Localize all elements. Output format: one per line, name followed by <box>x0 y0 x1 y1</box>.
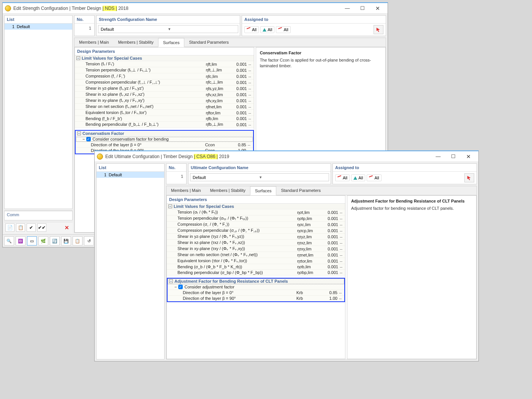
parameter-row[interactable]: Bending (f_b / F_b')ηfb,lim0.001-- <box>75 116 254 122</box>
save-button[interactable]: 💾 <box>61 236 71 245</box>
tree-button[interactable]: 🌿 <box>38 236 48 245</box>
param-value[interactable]: 0.001 <box>229 116 247 121</box>
param-value[interactable]: 0.001 <box>320 222 338 227</box>
param-value[interactable]: 0.001 <box>229 80 247 85</box>
tab-members-main[interactable]: Members | Main <box>74 38 114 47</box>
parameter-row[interactable]: Compression perpendicular (f꜀,⊥ / F꜀,⊥')… <box>75 79 254 86</box>
param-value[interactable]: 0.001 <box>320 210 338 215</box>
param-value[interactable]: 0.85 <box>228 142 246 147</box>
checkbox-row[interactable]: − Consider conservatism factor for bendi… <box>76 136 253 142</box>
parameter-row[interactable]: Direction of the layer β = 90°Krb1.00-- <box>168 296 344 301</box>
tab-surfaces[interactable]: Surfaces <box>158 38 184 47</box>
param-value[interactable]: 0.001 <box>229 111 247 115</box>
assigned-pill[interactable]: All <box>260 26 274 33</box>
parameter-row[interactable]: Shear on net section (fᵥ,net / Fᵥ,net')η… <box>75 104 254 110</box>
parameter-row[interactable]: Compression (f꜀ / F꜀')ηfc,lim0.001-- <box>75 73 254 79</box>
parameter-row[interactable]: Tension (fₜ / Fₜ')ηft,lim0.001-- <box>75 61 254 67</box>
minimize-button[interactable]: — <box>431 152 446 162</box>
parameter-row[interactable]: Tension perpendicular (fₜ,⊥ / Fₜ,⊥')ηft,… <box>75 67 254 73</box>
parameter-row[interactable]: Bending (σ_b / (Φ_b * F_b * K_rb))ησb,li… <box>167 264 345 270</box>
group-limit-values[interactable]: −Limit Values for Special Cases <box>167 204 345 209</box>
param-value[interactable]: 1.00 <box>319 296 337 301</box>
config-name-select[interactable]: Default ▾ <box>98 25 238 33</box>
collapse-icon[interactable]: − <box>169 279 173 283</box>
assigned-pill[interactable]: All <box>335 174 350 181</box>
assigned-pill[interactable]: All <box>276 26 290 33</box>
param-value[interactable]: 0.001 <box>320 228 338 233</box>
tab-surfaces[interactable]: Surfaces <box>250 186 276 195</box>
collapse-icon[interactable]: − <box>168 204 172 208</box>
param-value[interactable]: 0.001 <box>320 234 338 239</box>
close-button[interactable]: ✕ <box>370 3 385 13</box>
tab-members-stability[interactable]: Members | Stability <box>114 38 158 47</box>
maximize-button[interactable]: ☐ <box>446 152 461 162</box>
parameter-row[interactable]: Tension (σₜ / (Φₜ * Fₜ))ησt,lim0.001-- <box>167 209 345 215</box>
param-value[interactable]: 0.001 <box>320 264 338 269</box>
collapse-icon[interactable]: − <box>82 137 85 141</box>
param-value[interactable]: 0.001 <box>229 62 247 66</box>
param-value[interactable]: 0.001 <box>320 247 338 251</box>
search-button[interactable]: 🔍 <box>4 236 14 245</box>
param-value[interactable]: 0.001 <box>320 241 338 245</box>
collapse-icon[interactable]: − <box>76 56 80 60</box>
maximize-button[interactable]: ☐ <box>355 3 370 13</box>
checkbox-row[interactable]: − Consider adjustment factor <box>168 284 344 290</box>
parameter-row[interactable]: Equivalent torsion (τtor / (Φᵥ * Fᵥ,tor)… <box>167 258 345 264</box>
tab-members-stability[interactable]: Members | Stability <box>206 186 250 195</box>
refresh-button[interactable]: 🔄 <box>50 236 60 245</box>
new-button[interactable]: 📄 <box>5 223 14 232</box>
param-value[interactable]: 0.001 <box>229 104 247 109</box>
titlebar[interactable]: Edit Ultimate Configuration | Timber Des… <box>95 151 478 162</box>
collapse-icon[interactable]: − <box>174 285 177 289</box>
assigned-pill[interactable]: All <box>351 174 365 181</box>
view-button[interactable]: ▭ <box>27 236 37 245</box>
param-value[interactable]: 0.85 <box>319 290 337 295</box>
param-value[interactable]: 0.001 <box>229 68 247 73</box>
pick-button[interactable] <box>464 173 474 182</box>
param-value[interactable]: 0.001 <box>320 253 338 257</box>
param-value[interactable]: 0.001 <box>229 98 247 103</box>
collapse-icon[interactable]: − <box>77 131 81 135</box>
parameter-row[interactable]: Bending perpendicular (σ_bp / (Φ_bp * F_… <box>167 270 345 276</box>
group-adjustment-factor[interactable]: −Adjustment Factor for Bending Resistanc… <box>168 279 344 284</box>
list-item[interactable]: 1 Default <box>97 172 164 178</box>
parameter-row[interactable]: Tension perpendicular (σₜₚ / (Φₜ * Fₜₚ))… <box>167 215 345 222</box>
parameter-row[interactable]: Compression (σ꜀ / (Φ꜀ * F꜀))ησc,lim0.001… <box>167 222 345 228</box>
param-value[interactable]: 0.001 <box>320 259 338 263</box>
assigned-pill[interactable]: All <box>244 26 259 33</box>
parameter-row[interactable]: Compression perpendicular (σ꜀ₚ / (Φ꜀ * F… <box>167 228 345 234</box>
parameter-row[interactable]: Shear in yz-plane (fₛ,yz / Fₛ,yz')ηfs,yz… <box>75 86 254 92</box>
parameter-row[interactable]: Shear in xy-plane (τxy / (Φᵥ * Fᵥ,xy))ητ… <box>167 246 345 252</box>
parameter-row[interactable]: Direction of the layer β = 0°Ccon0.85-- <box>76 142 253 148</box>
assigned-pill[interactable]: All <box>367 174 381 181</box>
list-item[interactable]: 1 Default <box>5 24 72 30</box>
checks-button[interactable]: ✔✔ <box>37 223 46 232</box>
checkbox-checked-icon[interactable] <box>178 285 183 289</box>
group-conservatism[interactable]: −Conservatism Factor <box>76 131 253 136</box>
tab-members-main[interactable]: Members | Main <box>166 186 206 195</box>
group-limit-values[interactable]: −Limit Values for Special Cases <box>75 55 254 61</box>
param-value[interactable]: 0.001 <box>320 270 338 275</box>
param-value[interactable]: 0.001 <box>229 122 247 127</box>
undo-button[interactable]: ↺ <box>84 236 94 245</box>
check-button[interactable]: ✔ <box>27 223 36 232</box>
parameter-row[interactable]: Equivalent torsion (fᵥ,tor / Fᵥ,tor')ηft… <box>75 110 254 116</box>
copy-button[interactable]: 📋 <box>73 236 82 245</box>
parameter-row[interactable]: Direction of the layer β = 0°Krb0.85-- <box>168 290 344 296</box>
tab-standard-parameters[interactable]: Standard Parameters <box>184 38 233 47</box>
tab-standard-parameters[interactable]: Standard Parameters <box>276 186 325 195</box>
id-button[interactable]: 🆔 <box>16 236 25 245</box>
copy-button[interactable]: 📋 <box>16 223 25 232</box>
parameter-row[interactable]: Shear in xy-plane (fᵥ,xy / Fᵥ,xy')ηfv,xy… <box>75 98 254 104</box>
titlebar[interactable]: Edit Strength Configuration | Timber Des… <box>3 3 388 14</box>
parameter-row[interactable]: Shear on netto section (τnet / (Φᵥ * Fᵥ,… <box>167 252 345 258</box>
parameter-row[interactable]: Shear in xz-plane (τxz / (Φᵥ * Fᵥ,xz))ητ… <box>167 240 345 246</box>
minimize-button[interactable]: — <box>340 3 355 13</box>
param-value[interactable]: 0.001 <box>320 216 338 221</box>
close-button[interactable]: ✕ <box>461 152 476 162</box>
parameter-row[interactable]: Bending perpendicular (f_b,⊥ / F_b,⊥')ηf… <box>75 122 254 128</box>
pick-button[interactable] <box>374 25 383 34</box>
parameter-row[interactable]: Shear in xz-plane (fᵥ,xz / Fᵥ,xz')ηfv,xz… <box>75 92 254 98</box>
param-value[interactable]: 0.001 <box>229 86 247 91</box>
config-name-select[interactable]: Default ▾ <box>190 173 329 181</box>
